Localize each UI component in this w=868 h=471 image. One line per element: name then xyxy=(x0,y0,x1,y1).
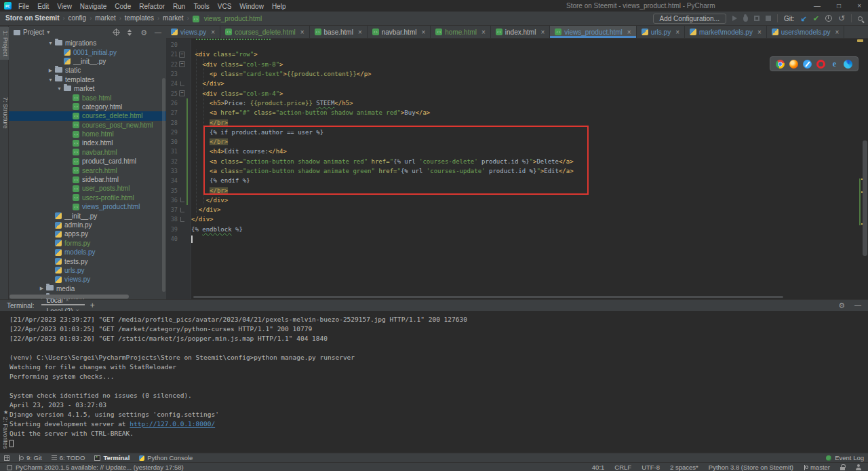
tree-item-media[interactable]: ▶media xyxy=(9,284,166,293)
tree-expanded-arrow-icon[interactable]: ▼ xyxy=(46,41,55,45)
update-project-icon[interactable]: ↙ xyxy=(801,15,807,22)
editor-tab-users-models-py[interactable]: users\models.py× xyxy=(767,26,845,38)
status-40-1[interactable]: 40:1 xyxy=(592,464,605,471)
chevron-down-icon[interactable]: ▾ xyxy=(47,29,50,35)
search-everywhere-icon[interactable] xyxy=(858,16,863,21)
tree-item-courses-post-new-html[interactable]: courses_post_new.html xyxy=(9,121,166,130)
toolwindow-6-todo[interactable]: 6: TODO xyxy=(47,454,90,461)
tree-item-home-html[interactable]: home.html xyxy=(9,130,166,138)
close-tab-icon[interactable]: × xyxy=(675,29,679,36)
breadcrumb-item-views-product-html[interactable]: views_product.html xyxy=(193,15,262,22)
menu-help[interactable]: Help xyxy=(268,3,290,10)
fold-marker-icon[interactable] xyxy=(178,81,186,86)
tree-item-category-html[interactable]: category.html xyxy=(9,102,166,111)
firefox-browser-icon[interactable] xyxy=(789,60,798,69)
editor-tab-base-html[interactable]: base.html× xyxy=(310,26,368,38)
commit-icon[interactable]: ✔ xyxy=(813,15,819,22)
menu-file[interactable]: File xyxy=(14,3,33,10)
tree-expanded-arrow-icon[interactable]: ▼ xyxy=(46,77,55,82)
close-tab-icon[interactable]: × xyxy=(211,29,215,36)
terminal-link[interactable]: http://127.0.0.1:8000/ xyxy=(130,420,215,428)
close-tab-icon[interactable]: × xyxy=(300,29,304,36)
tree-item-product-card-html[interactable]: product_card.html xyxy=(9,157,166,166)
tree-item-init-py[interactable]: __init__.py xyxy=(9,211,166,220)
status-utf-8[interactable]: UTF-8 xyxy=(642,464,660,471)
rollback-icon[interactable]: ↺ xyxy=(838,15,845,22)
tree-item-sidebar-html[interactable]: sidebar.html xyxy=(9,175,166,184)
tree-expanded-arrow-icon[interactable]: ▼ xyxy=(55,86,64,91)
editor-vertical-scrollbar[interactable] xyxy=(863,140,867,256)
breadcrumb-item-templates[interactable]: templates xyxy=(125,14,154,22)
fold-marker-icon[interactable] xyxy=(178,217,186,222)
tree-item-user-posts-html[interactable]: user_posts.html xyxy=(9,184,166,193)
editor-tab-views-py[interactable]: views.py× xyxy=(166,26,220,38)
tree-item-navbar-html[interactable]: navbar.html xyxy=(9,148,166,157)
editor-tab-courses-delete-html[interactable]: courses_delete.html× xyxy=(220,26,309,38)
tree-collapsed-arrow-icon[interactable]: ▶ xyxy=(46,68,55,73)
menu-refactor[interactable]: Refactor xyxy=(135,3,169,10)
editor-tab-urls-py[interactable]: urls.py× xyxy=(637,26,685,38)
git-branch-widget[interactable]: master xyxy=(804,464,830,471)
tree-item-users-profile-html[interactable]: users-profile.html xyxy=(9,193,166,202)
minimize-window-icon[interactable]: — xyxy=(814,2,821,10)
fold-marker-icon[interactable] xyxy=(178,197,186,202)
tree-item-urls-py[interactable]: urls.py xyxy=(9,266,166,275)
locate-file-icon[interactable] xyxy=(113,29,119,35)
status-message[interactable]: PyCharm 2020.1.5 available: // Update...… xyxy=(7,464,184,471)
fold-marker-icon[interactable] xyxy=(178,90,186,96)
sidebar-item-project[interactable]: 1: Project xyxy=(0,27,9,60)
fold-marker-icon[interactable] xyxy=(178,61,186,67)
project-panel-title[interactable]: Project xyxy=(23,29,44,36)
editor-tab-views-product-html[interactable]: views_product.html× xyxy=(550,26,636,38)
hide-panel-icon[interactable]: — xyxy=(155,29,161,36)
tree-item-admin-py[interactable]: admin.py xyxy=(9,221,166,229)
tree-item-templates[interactable]: ▼templates xyxy=(9,75,166,84)
close-window-icon[interactable]: × xyxy=(857,2,861,10)
menu-tools[interactable]: Tools xyxy=(189,3,213,10)
tree-item-models-py[interactable]: models.py xyxy=(9,248,166,257)
terminal-output[interactable]: [21/Apr/2023 23:39:27] "GET /media/profi… xyxy=(0,311,868,453)
event-log-button[interactable]: Event Log xyxy=(826,454,864,461)
status-python-3-8-store-on-steemit[interactable]: Python 3.8 (Store on Steemit) xyxy=(709,464,793,471)
close-tab-icon[interactable]: × xyxy=(835,29,840,36)
ie-browser-icon[interactable] xyxy=(830,60,839,69)
breadcrumb-item-market[interactable]: market xyxy=(163,14,184,22)
tree-item-base-html[interactable]: base.html xyxy=(9,93,166,102)
menu-run[interactable]: Run xyxy=(169,3,189,10)
fold-marker-icon[interactable] xyxy=(178,208,186,212)
status-2-spaces[interactable]: 2 spaces* xyxy=(670,464,698,471)
tree-item-0001-initial-py[interactable]: 0001_initial.py xyxy=(9,48,166,56)
add-configuration-button[interactable]: Add Configuration... xyxy=(653,14,726,24)
breadcrumb-item-store-on-steemit[interactable]: Store on Steemit xyxy=(5,14,59,22)
lock-icon[interactable] xyxy=(840,467,845,470)
project-tree-horizontal-scrollbar[interactable] xyxy=(9,295,129,299)
collapse-all-icon[interactable] xyxy=(127,29,133,36)
menu-code[interactable]: Code xyxy=(111,3,135,10)
code-editor[interactable]: 2021 <div class="row">22 <div class="col… xyxy=(166,39,868,299)
toolwindow-terminal[interactable]: Terminal xyxy=(90,454,134,461)
close-tab-icon[interactable]: × xyxy=(757,29,762,36)
sidebar-item-favorites[interactable]: ★ 2: Favorites xyxy=(0,409,9,449)
close-tab-icon[interactable]: × xyxy=(627,29,631,36)
breadcrumb-item-market[interactable]: market xyxy=(95,14,116,22)
tree-item-courses-delete-html[interactable]: courses_delete.html xyxy=(9,111,166,120)
inspection-status-icon[interactable] xyxy=(857,39,863,42)
tree-item-search-html[interactable]: search.html xyxy=(9,166,166,174)
editor-tab-index-html[interactable]: index.html× xyxy=(491,26,550,38)
tree-item-index-html[interactable]: index.html xyxy=(9,138,166,147)
close-tab-icon[interactable]: × xyxy=(358,29,362,36)
gear-icon[interactable]: ⚙ xyxy=(838,302,845,309)
menu-window[interactable]: Window xyxy=(235,3,268,10)
toolwindow-switcher-icon[interactable] xyxy=(4,455,9,461)
editor-tab-market-models-py[interactable]: market\models.py× xyxy=(685,26,767,38)
hide-panel-icon[interactable]: — xyxy=(854,302,861,309)
editor-tab-navbar-html[interactable]: navbar.html× xyxy=(368,26,431,38)
breadcrumb-item-config[interactable]: config xyxy=(68,14,86,22)
opera-browser-icon[interactable] xyxy=(816,60,825,69)
menu-vcs[interactable]: VCS xyxy=(214,3,236,10)
project-tree-vertical-scrollbar[interactable] xyxy=(162,78,165,292)
tree-item-static[interactable]: ▶static xyxy=(9,66,166,75)
editor-tab-home-html[interactable]: home.html× xyxy=(431,26,491,38)
safari-browser-icon[interactable] xyxy=(803,60,812,69)
menu-view[interactable]: View xyxy=(53,3,76,10)
